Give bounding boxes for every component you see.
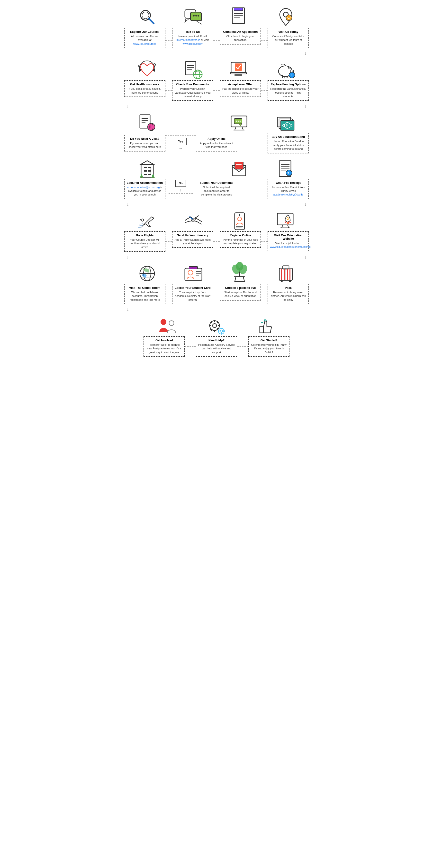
submit-docs-title: Submit Your Documents [198,181,235,185]
global-room-title: Visit The Global Room [126,286,163,289]
funding-options-title: Explore Funding Options [270,83,307,86]
fee-receipt-card: Get A Fee Receipt Request a Fee Receipt … [267,179,309,199]
svg-point-116 [236,262,243,271]
svg-rect-131 [214,320,215,322]
place-to-live-card: Choose a place to live Start to explore … [220,284,261,301]
svg-point-92 [238,217,241,221]
explore-courses-title: Explore Our Courses [126,30,163,34]
education-bond-body: Use an Education Bond to verify your fin… [270,140,307,151]
orientation-website-body: Visit for helpful advice www.tcd.ie/stud… [270,242,307,249]
complete-application-body: Click here to begin your application! [222,34,259,42]
pack-card: Pack Remember to bring warm clothes. Aut… [267,284,309,304]
explore-courses-link[interactable]: www.tcd.ie/courses [133,42,156,45]
orientation-link[interactable]: www.tcd.ie/students/orientation/postgrad… [270,245,311,248]
get-started-icon [244,313,286,335]
fee-receipt-icon: € [265,156,307,178]
down-arrow-row2-right: ↓ [304,103,307,109]
pack-icon [265,261,307,283]
submit-docs-icon [219,156,260,178]
visa-check-icon [126,110,168,132]
accommodation-icon [126,156,168,178]
svg-line-97 [288,225,289,228]
svg-rect-146 [264,319,265,321]
health-insurance-icon [126,57,168,79]
book-flights-body: Your Course Director will confirm when y… [126,238,163,249]
place-to-live-body: Start to explore Dublin, and enjoy a wee… [222,290,259,298]
svg-rect-132 [214,331,215,332]
send-itinerary-card: Send Us Your Itinerary And a Trinity Stu… [172,231,213,248]
visit-today-icon [265,5,307,27]
student-card-body: You can pick it up from Academic Registr… [174,290,211,302]
accommodation-link[interactable]: accommodation@tcdsu.org [127,186,160,189]
svg-rect-65 [144,167,147,170]
svg-line-87 [138,227,142,227]
svg-rect-19 [185,62,196,75]
complete-application-title: Complete An Application [222,30,259,34]
need-help-card: Need Help? Postgraduate Advisory Service… [196,336,237,357]
svg-point-126 [289,280,291,282]
submit-docs-card: Submit Your Documents Submit all the req… [196,179,237,199]
svg-line-34 [287,75,288,78]
svg-point-7 [193,15,195,17]
svg-point-16 [286,15,292,21]
svg-point-125 [281,280,283,282]
svg-point-130 [212,323,216,328]
svg-line-96 [282,225,283,228]
education-bond-icon: $ [265,110,307,132]
check-documents-icon [173,57,214,79]
svg-rect-145 [261,322,263,323]
no-decision-box: No [175,180,186,187]
apply-online-icon [219,110,260,132]
health-insurance-body: If you don't already have it, here are s… [126,87,163,95]
talk-to-us-card: Talk To Us Have a question? Email intern… [172,28,213,48]
svg-line-86 [139,225,143,226]
down-arrow-row4-right: ↓ [304,202,307,207]
education-bond-title: Buy An Education Bond [270,135,307,138]
book-flights-title: Book Flights [126,234,163,237]
svg-marker-53 [238,124,241,126]
get-involved-icon [147,313,189,335]
svg-rect-73 [152,177,153,178]
health-insurance-title: Get Health Insurance [126,83,163,86]
place-to-live-title: Choose a place to live [222,286,259,289]
svg-text:€: € [288,171,289,175]
talk-email-link[interactable]: international@tcd.ie [177,38,200,41]
global-room-icon [126,261,168,283]
get-started-body: Go immerse yourself in Trinity life and … [251,343,287,354]
svg-rect-68 [148,172,151,175]
register-online-title: Register Online [222,234,259,237]
send-itinerary-title: Send Us Your Itinerary [174,234,211,237]
visit-today-card: Visit Us Today Come visit Trinity, and t… [267,28,309,48]
svg-line-50 [242,127,243,130]
svg-rect-141 [221,328,222,329]
down-arrow-row6-left: ↓ [126,307,129,312]
svg-marker-4 [185,18,190,22]
get-involved-body: Freshers' Week is open to new Postgradua… [146,343,182,354]
fee-receipt-body: Request a Fee Receipt from Trinity, emai… [270,186,307,197]
svg-rect-134 [218,325,220,326]
need-help-body: Postgraduate Advisory Service can help w… [198,343,235,354]
svg-rect-75 [235,162,243,169]
accommodation-card: Look For Accommodation accommodation@tcd… [124,179,166,199]
pack-body: Remember to bring warm clothes. Autumn i… [270,290,307,302]
down-arrow-row5-left: ↓ [126,254,129,260]
visa-check-card: Do You Need A Visa? If you're unsure, yo… [124,135,166,152]
register-online-icon [219,208,260,230]
book-flights-card: Book Flights Your Course Director will c… [124,231,166,252]
explore-courses-body: All courses on offer are available at ww… [126,34,163,46]
svg-point-54 [236,121,237,122]
svg-line-1 [149,19,154,24]
svg-rect-143 [218,331,220,332]
fee-receipt-link[interactable]: academic.registry@tcd.ie [273,193,304,196]
complete-application-card: Complete An Application Click here to be… [220,28,261,44]
accept-offer-icon [219,57,260,79]
pack-title: Pack [270,286,307,289]
svg-point-2 [142,12,149,19]
student-card-icon [173,261,214,283]
svg-rect-110 [189,267,198,269]
complete-application-icon [219,5,260,27]
orientation-website-title: Visit Our Orientation Website [270,234,307,241]
down-arrow-row4-left: ↓ [126,202,129,207]
student-card-title: Collect Your Student Card [174,286,211,289]
talk-url-link[interactable]: www.tcd.ie/study [183,42,203,45]
